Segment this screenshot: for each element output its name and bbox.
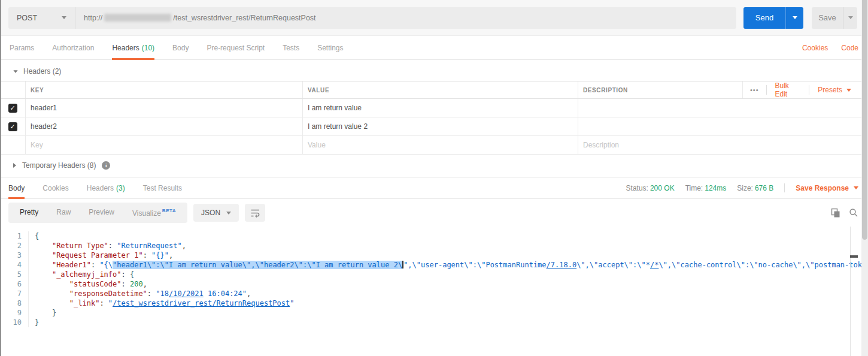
code-token: " (108, 299, 113, 307)
code-line: 8 "_link": "/test_wsrestdriver_rest/Retu… (0, 298, 868, 308)
send-button[interactable]: Send (743, 7, 785, 29)
code-link[interactable]: Code (841, 44, 858, 52)
search-icon (849, 208, 858, 218)
headers-section-toggle[interactable]: Headers (2) (0, 60, 868, 81)
line-number: 2 (0, 241, 28, 251)
line-content: "responseDatetime": "18/10/2021 16:04:24… (28, 289, 251, 298)
description-cell[interactable] (578, 99, 868, 117)
value-cell[interactable]: I am return value 2 (302, 117, 578, 135)
chevron-down-icon (62, 16, 66, 19)
code-token (35, 242, 52, 250)
chevron-down-icon (13, 70, 17, 73)
tab-pre-request-script[interactable]: Pre-request Script (207, 36, 265, 59)
code-token: 16:04:24" (204, 289, 247, 298)
response-meta: Status:200 OK Time:124ms Size:676 B Save… (615, 177, 858, 198)
time-badge: Time:124ms (685, 184, 727, 192)
response-view-tabs: PrettyRawPreviewVisualizeBETA (8, 203, 187, 223)
tab-label: Cookies (43, 184, 68, 192)
tab-body[interactable]: Body (172, 36, 189, 59)
response-tab-cookies[interactable]: Cookies (43, 177, 68, 198)
view-pretty[interactable]: Pretty (11, 204, 47, 221)
row-checkbox[interactable]: ✓ (8, 104, 17, 113)
url-prefix: http:// (84, 14, 102, 22)
code-token: "{}" (151, 251, 169, 260)
view-label: Raw (56, 208, 71, 216)
key-cell[interactable]: Key (25, 136, 302, 154)
wrap-lines-button[interactable] (245, 204, 265, 222)
description-column-header: DESCRIPTION (578, 82, 742, 98)
code-token: , (169, 251, 173, 260)
tab-label: Headers (112, 44, 139, 52)
value-cell[interactable]: I am return value (302, 99, 578, 117)
tab-params[interactable]: Params (10, 36, 34, 59)
tab-authorization[interactable]: Authorization (52, 36, 94, 59)
chevron-down-icon (848, 16, 853, 19)
response-body-editor[interactable]: 1{2 "Return Type": "ReturnRequest",3 "Re… (0, 227, 868, 356)
view-raw[interactable]: Raw (47, 204, 80, 221)
info-icon[interactable]: i (102, 161, 110, 170)
tab-headers[interactable]: Headers(10) (112, 36, 154, 59)
search-response-button[interactable] (849, 208, 858, 218)
save-button[interactable]: Save (812, 7, 843, 29)
url-input[interactable]: http:///test_wsrestdriver_rest/ReturnReq… (75, 7, 736, 29)
code-line: 1{ (0, 231, 868, 241)
url-path: /test_wsrestdriver_rest/ReturnRequestPos… (173, 14, 315, 22)
tab-settings[interactable]: Settings (317, 36, 343, 59)
size-badge: Size:676 B (737, 184, 773, 192)
response-tab-test-results[interactable]: Test Results (143, 177, 182, 198)
language-select[interactable]: JSON (193, 204, 239, 222)
code-token: , (182, 242, 186, 250)
headers-table-actions: ••• Bulk Edit Presets (742, 82, 868, 98)
temporary-headers-toggle[interactable]: Temporary Headers (8) i (0, 155, 868, 177)
cookies-link[interactable]: Cookies (802, 44, 828, 52)
bulk-edit-link[interactable]: Bulk Edit (766, 82, 809, 98)
value-cell[interactable]: Value (302, 136, 578, 154)
code-token: { (130, 270, 134, 279)
key-cell[interactable]: header1 (25, 99, 302, 117)
editor-right-border (850, 227, 851, 356)
code-line: 5 "_alchemyj_info": { (0, 270, 868, 279)
chevron-down-icon (793, 16, 797, 19)
send-options-button[interactable] (785, 7, 803, 29)
code-token: : (99, 299, 108, 307)
response-tab-body[interactable]: Body (8, 177, 25, 198)
method-select[interactable]: POST (8, 7, 75, 29)
code-token: "statusCode" (69, 280, 122, 288)
view-label: Pretty (20, 208, 38, 216)
tab-count: (3) (116, 184, 125, 192)
line-number: 9 (0, 308, 28, 318)
key-column-header: KEY (25, 82, 302, 98)
line-number: 3 (0, 251, 28, 260)
code-token: \",\"accept\":\"* (576, 261, 650, 269)
code-token: , (143, 280, 147, 288)
description-cell[interactable]: Description (578, 136, 868, 154)
save-response-dropdown[interactable]: Save Response (796, 184, 858, 192)
presets-dropdown[interactable]: Presets (809, 86, 860, 94)
headers-table-header: KEY VALUE DESCRIPTION ••• Bulk Edit Pres… (0, 81, 868, 99)
more-options-icon[interactable]: ••• (743, 86, 766, 93)
copy-response-button[interactable] (831, 208, 840, 218)
code-link[interactable]: /7.18.0 (547, 261, 577, 269)
view-preview[interactable]: Preview (80, 204, 123, 221)
code-link[interactable]: /* (650, 261, 658, 269)
response-tab-headers[interactable]: Headers(3) (87, 177, 125, 198)
code-link[interactable]: /10/2021 (169, 289, 204, 298)
description-cell[interactable] (578, 117, 868, 135)
line-content: } (28, 318, 39, 327)
table-row: ✓header1I am return value (0, 99, 868, 117)
view-visualize[interactable]: VisualizeBETA (123, 204, 185, 221)
headers-table: KEY VALUE DESCRIPTION ••• Bulk Edit Pres… (0, 81, 868, 155)
save-options-button[interactable] (843, 7, 857, 29)
code-link[interactable]: /test_wsrestdriver_rest/ReturnRequestPos… (113, 299, 290, 307)
key-cell[interactable]: header2 (25, 117, 302, 135)
row-checkbox[interactable]: ✓ (8, 122, 17, 131)
code-token: \",\"cache-control\":\"no-cache\",\"post… (658, 261, 868, 269)
scrollbar-annotation (850, 255, 858, 258)
window-scrollbar[interactable] (861, 0, 868, 356)
scrollbar-thumb[interactable] (862, 0, 867, 240)
request-tabs-list: ParamsAuthorizationHeaders(10)BodyPre-re… (10, 36, 362, 59)
tab-tests[interactable]: Tests (283, 36, 299, 59)
code-token: " (290, 299, 294, 307)
headers-section-title: Headers (2) (23, 67, 61, 76)
code-token: "18 (156, 289, 169, 298)
